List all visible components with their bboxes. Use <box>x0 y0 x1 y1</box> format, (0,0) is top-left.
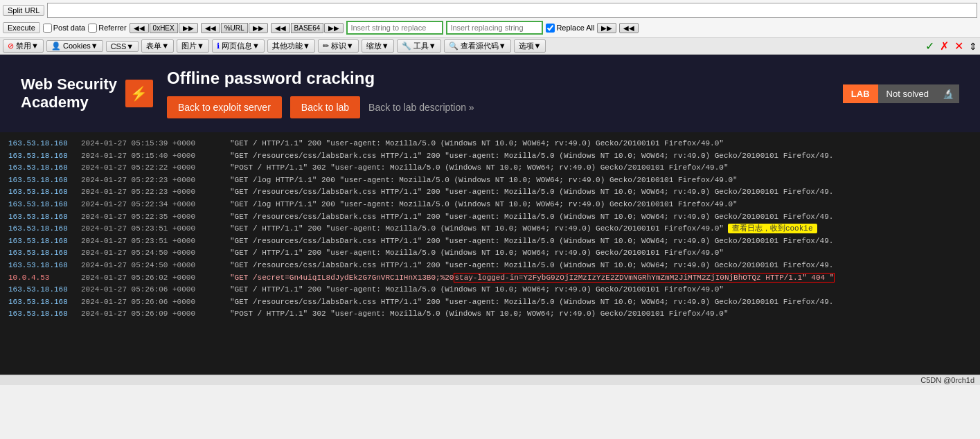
log-date: 2024-01-27 05:15:39 +0000 <box>81 138 230 150</box>
badge-flask-icon: 🔬 <box>937 84 959 103</box>
lab-badge: LAB Not solved 🔬 <box>843 84 959 103</box>
log-date: 2024-01-27 05:23:51 +0000 <box>81 223 230 235</box>
mark-button[interactable]: ✏ 标识▼ <box>318 39 359 53</box>
log-area: 163.53.18.1682024-01-27 05:15:39 +0000"G… <box>0 132 980 375</box>
url-right-arrow[interactable]: ▶▶ <box>249 23 268 33</box>
log-row: 163.53.18.1682024-01-27 05:24:50 +0000"G… <box>8 247 972 260</box>
split-url-button[interactable]: Split URL <box>3 5 44 16</box>
view-source-button[interactable]: 🔍 查看源代码▼ <box>444 39 511 53</box>
log-request: "GET /resources/css/labsDark.css HTTP/1.… <box>230 237 833 245</box>
log-ip: 163.53.18.168 <box>8 138 81 150</box>
url-input-bar[interactable] <box>47 3 977 18</box>
log-date: 2024-01-27 05:22:22 +0000 <box>81 162 230 174</box>
wsa-logo-icon: ⚡ <box>125 80 153 107</box>
resize-button[interactable]: 缩放▼ <box>362 39 394 53</box>
back-lab-button[interactable]: Back to lab <box>290 96 360 118</box>
log-date: 2024-01-27 05:15:40 +0000 <box>81 150 230 163</box>
post-data-checkbox[interactable] <box>43 24 52 33</box>
replace-right-arrow[interactable]: ▶▶ <box>597 23 616 33</box>
insert-string-input[interactable] <box>346 21 443 35</box>
options-button[interactable]: 选项▼ <box>514 39 546 53</box>
log-date: 2024-01-27 05:26:09 +0000 <box>81 308 230 321</box>
back-exploit-button[interactable]: Back to exploit server <box>167 96 282 118</box>
log-request: "GET / HTTP/1.1" 200 "user-agent: Mozill… <box>230 285 724 294</box>
status-bar: C5DN @0rch1d <box>0 375 980 385</box>
log-date: 2024-01-27 05:24:50 +0000 <box>81 260 230 272</box>
log-request: "POST / HTTP/1.1" 302 "user-agent: Mozil… <box>230 310 729 318</box>
referrer-checkbox[interactable] <box>88 24 97 33</box>
log-request: "POST / HTTP/1.1" 302 "user-agent: Mozil… <box>230 163 729 172</box>
log-row: 163.53.18.1682024-01-27 05:26:06 +0000"G… <box>8 284 972 296</box>
scroll-icon[interactable]: ⇕ <box>969 41 977 52</box>
log-date: 2024-01-27 05:26:06 +0000 <box>81 284 230 296</box>
wsa-header: Web Security Academy ⚡ Offline password … <box>0 55 980 132</box>
badge-status: Not solved <box>878 84 937 103</box>
check-icon[interactable]: ✓ <box>925 39 934 53</box>
log-ip: 163.53.18.168 <box>8 247 81 260</box>
log-row: 163.53.18.1682024-01-27 05:26:09 +0000"P… <box>8 308 972 321</box>
url-bar-row: Split URL <box>3 1 977 19</box>
base64-left-arrow[interactable]: ◀◀ <box>271 23 290 33</box>
badge-lab: LAB <box>843 84 878 103</box>
log-ip: 163.53.18.168 <box>8 211 81 224</box>
forms-button[interactable]: 表单▼ <box>141 39 174 53</box>
url-left-arrow[interactable]: ◀◀ <box>201 23 220 33</box>
tools-button[interactable]: 🔧 工具▼ <box>397 39 441 53</box>
log-row: 163.53.18.1682024-01-27 05:26:06 +0000"G… <box>8 296 972 309</box>
base64-encode-group: ◀◀ BASE64 ▶▶ <box>271 23 344 33</box>
log-row: 163.53.18.1682024-01-27 05:15:39 +0000"G… <box>8 138 972 150</box>
log-request: "GET /resources/css/labsDark.css HTTP/1.… <box>230 298 833 306</box>
replace-left-arrow[interactable]: ◀◀ <box>619 23 639 33</box>
base64-right-arrow[interactable]: ▶▶ <box>324 23 344 33</box>
status-right: C5DN @0rch1d <box>920 376 974 384</box>
x-icon[interactable]: ✕ <box>954 39 963 53</box>
log-ip: 10.0.4.53 <box>8 272 81 285</box>
log-row: 163.53.18.1682024-01-27 05:22:34 +0000"G… <box>8 199 972 211</box>
replace-all-checkbox[interactable] <box>546 24 555 33</box>
log-ip: 163.53.18.168 <box>8 223 81 235</box>
log-date: 2024-01-27 05:24:50 +0000 <box>81 247 230 260</box>
log-ip: 163.53.18.168 <box>8 150 81 163</box>
hex-label[interactable]: 0xHEX <box>150 23 178 33</box>
log-request: "GET /resources/css/labsDark.css HTTP/1.… <box>230 152 833 160</box>
log-date: 2024-01-27 05:22:23 +0000 <box>81 186 230 199</box>
log-request: "GET /resources/css/labsDark.css HTTP/1.… <box>230 261 833 269</box>
log-date: 2024-01-27 05:22:23 +0000 <box>81 174 230 187</box>
css-button[interactable]: CSS▼ <box>106 41 139 52</box>
replace-all-label: Replace All <box>556 24 594 32</box>
info-button[interactable]: ℹ 网页信息▼ <box>212 39 265 53</box>
log-ip: 163.53.18.168 <box>8 308 81 321</box>
cookies-button[interactable]: 👤 Cookies▼ <box>46 40 103 52</box>
referrer-checkbox-label[interactable]: Referrer <box>88 24 126 33</box>
log-request: "GET / HTTP/1.1" 200 "user-agent: Mozill… <box>230 224 724 233</box>
log-ip: 163.53.18.168 <box>8 174 81 187</box>
execute-button[interactable]: Execute <box>3 22 40 33</box>
close-icon[interactable]: ✗ <box>940 39 949 53</box>
post-data-checkbox-label[interactable]: Post data <box>43 24 85 33</box>
log-ip: 163.53.18.168 <box>8 162 81 174</box>
hex-left-arrow[interactable]: ◀◀ <box>130 23 149 33</box>
log-date: 2024-01-27 05:23:51 +0000 <box>81 235 230 248</box>
log-ip: 163.53.18.168 <box>8 186 81 199</box>
log-request: "GET /resources/css/labsDark.css HTTP/1.… <box>230 213 833 221</box>
log-row: 163.53.18.1682024-01-27 05:22:22 +0000"P… <box>8 162 972 174</box>
base64-label[interactable]: BASE64 <box>291 23 324 33</box>
log-request: "GET /secret=Gn4uiqIL8dJydEk2G7GnVRC1IHn… <box>230 273 835 283</box>
wsa-logo: Web Security Academy ⚡ <box>21 75 153 112</box>
images-button[interactable]: 图片▼ <box>177 39 209 53</box>
url-label[interactable]: %URL <box>221 23 248 33</box>
log-ip: 163.53.18.168 <box>8 199 81 211</box>
log-row: 163.53.18.1682024-01-27 05:15:40 +0000"G… <box>8 150 972 163</box>
other-button[interactable]: 其他功能▼ <box>267 39 315 53</box>
log-request: "GET /log HTTP/1.1" 200 "user-agent: Moz… <box>230 200 738 208</box>
lab-buttons: Back to exploit server Back to lab Back … <box>167 96 843 118</box>
hex-right-arrow[interactable]: ▶▶ <box>179 23 198 33</box>
insert-replacing-input[interactable] <box>446 21 543 35</box>
post-data-label: Post data <box>53 24 85 32</box>
replace-all-checkbox-label[interactable]: Replace All <box>546 24 594 33</box>
referrer-label: Referrer <box>98 24 126 32</box>
disable-button[interactable]: ⊘ 禁用▼ <box>3 39 44 53</box>
log-request: "GET /log HTTP/1.1" 200 "user-agent: Moz… <box>230 176 738 184</box>
tooltip-box: 查看日志，收到cookie <box>728 224 817 233</box>
back-desc-link[interactable]: Back to lab description » <box>368 102 474 113</box>
